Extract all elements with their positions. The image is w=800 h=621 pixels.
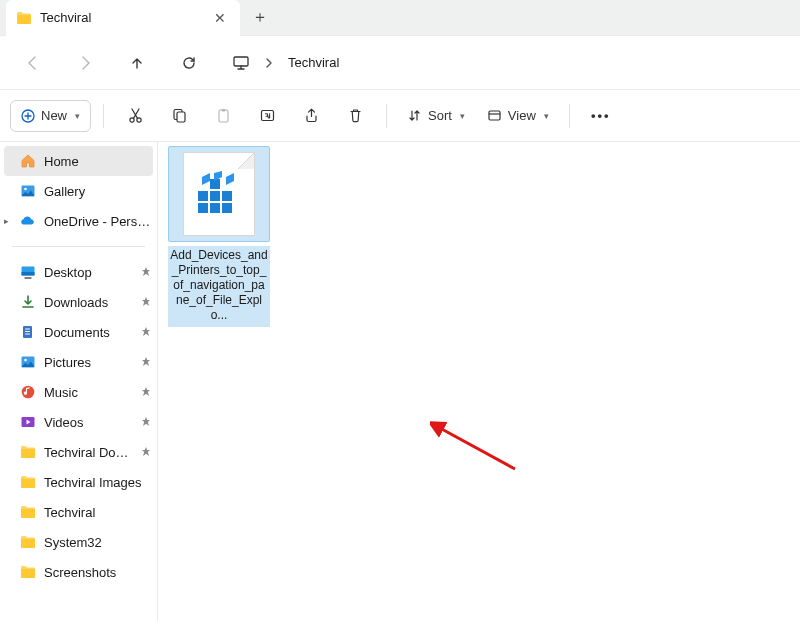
- sidebar-item-system32[interactable]: System32: [0, 527, 157, 557]
- sidebar-item-gallery[interactable]: Gallery: [0, 176, 157, 206]
- svg-rect-13: [22, 272, 35, 276]
- svg-rect-9: [489, 111, 500, 120]
- pin-icon: [141, 327, 151, 337]
- sidebar-item-onedrive[interactable]: ▸ OneDrive - Persona: [0, 206, 157, 236]
- svg-rect-19: [198, 191, 208, 201]
- copy-button[interactable]: [160, 100, 198, 132]
- cut-button[interactable]: [116, 100, 154, 132]
- sidebar-item-desktop[interactable]: Desktop: [0, 257, 157, 287]
- close-tab-button[interactable]: ✕: [210, 8, 230, 28]
- sidebar-item-label: Screenshots: [44, 565, 116, 580]
- monitor-icon: [232, 54, 250, 72]
- annotation-arrow: [430, 419, 530, 479]
- more-button[interactable]: •••: [582, 100, 620, 132]
- downloads-icon: [20, 294, 36, 310]
- forward-button[interactable]: [70, 48, 100, 78]
- pin-icon: [141, 267, 151, 277]
- sidebar-item-techviral-docum[interactable]: Techviral Docum: [0, 437, 157, 467]
- svg-rect-0: [234, 57, 248, 66]
- new-button-label: New: [41, 108, 67, 123]
- refresh-button[interactable]: [174, 48, 204, 78]
- home-icon: [20, 153, 36, 169]
- sidebar-divider: [12, 246, 145, 247]
- svg-rect-7: [221, 109, 225, 112]
- sidebar-item-documents[interactable]: Documents: [0, 317, 157, 347]
- sidebar-item-label: Home: [44, 154, 79, 169]
- view-button-label: View: [508, 108, 536, 123]
- toolbar: New ▾ Sort ▾ View ▾ •••: [0, 90, 800, 142]
- svg-point-16: [24, 359, 27, 362]
- toolbar-divider: [103, 104, 104, 128]
- svg-rect-5: [177, 112, 185, 122]
- sidebar-item-label: Desktop: [44, 265, 92, 280]
- pin-icon: [141, 447, 151, 457]
- sidebar-item-videos[interactable]: Videos: [0, 407, 157, 437]
- tabs-bar: Techviral ✕ ＋: [0, 0, 800, 36]
- folder-icon: [20, 474, 36, 490]
- paste-button[interactable]: [204, 100, 242, 132]
- pin-icon: [141, 387, 151, 397]
- sidebar-item-music[interactable]: Music: [0, 377, 157, 407]
- delete-button[interactable]: [336, 100, 374, 132]
- sidebar-item-label: OneDrive - Persona: [44, 214, 151, 229]
- sidebar-item-techviral-images[interactable]: Techviral Images: [0, 467, 157, 497]
- svg-rect-22: [210, 203, 220, 213]
- desktop-icon: [20, 264, 36, 280]
- pin-icon: [141, 297, 151, 307]
- sidebar-item-techviral[interactable]: Techviral: [0, 497, 157, 527]
- file-item[interactable]: Add_Devices_and_Printers_to_top_of_navig…: [168, 146, 270, 327]
- chevron-down-icon: ▾: [460, 111, 465, 121]
- sidebar-item-label: Documents: [44, 325, 110, 340]
- svg-rect-24: [222, 191, 232, 201]
- new-tab-button[interactable]: ＋: [246, 4, 274, 32]
- svg-marker-28: [226, 173, 234, 185]
- new-button[interactable]: New ▾: [10, 100, 91, 132]
- sidebar-item-label: Gallery: [44, 184, 85, 199]
- gallery-icon: [20, 183, 36, 199]
- onedrive-icon: [20, 213, 36, 229]
- pin-icon: [141, 357, 151, 367]
- file-list[interactable]: Add_Devices_and_Printers_to_top_of_navig…: [158, 142, 800, 621]
- back-button[interactable]: [18, 48, 48, 78]
- navigation-bar: Techviral: [0, 36, 800, 90]
- folder-icon: [20, 564, 36, 580]
- folder-icon: [16, 10, 32, 26]
- tab-techviral[interactable]: Techviral ✕: [6, 0, 240, 36]
- file-name: Add_Devices_and_Printers_to_top_of_navig…: [168, 246, 270, 327]
- sort-button-label: Sort: [428, 108, 452, 123]
- rename-button[interactable]: [248, 100, 286, 132]
- folder-icon: [20, 534, 36, 550]
- sidebar-item-screenshots[interactable]: Screenshots: [0, 557, 157, 587]
- toolbar-divider: [386, 104, 387, 128]
- sidebar-item-label: Downloads: [44, 295, 108, 310]
- chevron-right-icon: ▸: [4, 216, 9, 226]
- videos-icon: [20, 414, 36, 430]
- sidebar-item-home[interactable]: Home: [4, 146, 153, 176]
- documents-icon: [20, 324, 36, 340]
- pictures-icon: [20, 354, 36, 370]
- toolbar-divider: [569, 104, 570, 128]
- sidebar-item-downloads[interactable]: Downloads: [0, 287, 157, 317]
- sidebar-item-label: Techviral: [44, 505, 95, 520]
- sort-button[interactable]: Sort ▾: [399, 100, 473, 132]
- pin-icon: [141, 417, 151, 427]
- svg-rect-21: [198, 203, 208, 213]
- sidebar-item-pictures[interactable]: Pictures: [0, 347, 157, 377]
- breadcrumb-current[interactable]: Techviral: [288, 55, 339, 70]
- view-button[interactable]: View ▾: [479, 100, 557, 132]
- svg-rect-6: [219, 110, 228, 122]
- sidebar-item-label: Music: [44, 385, 78, 400]
- chevron-down-icon: ▾: [544, 111, 549, 121]
- music-icon: [20, 384, 36, 400]
- breadcrumb[interactable]: Techviral: [232, 54, 339, 72]
- file-thumbnail: [168, 146, 270, 242]
- folder-icon: [20, 504, 36, 520]
- share-button[interactable]: [292, 100, 330, 132]
- svg-marker-26: [202, 173, 210, 185]
- up-button[interactable]: [122, 48, 152, 78]
- svg-point-11: [24, 188, 27, 191]
- sidebar-item-label: Techviral Docum: [44, 445, 133, 460]
- sidebar-item-label: Videos: [44, 415, 84, 430]
- tab-title: Techviral: [40, 10, 91, 25]
- sidebar-item-label: Pictures: [44, 355, 91, 370]
